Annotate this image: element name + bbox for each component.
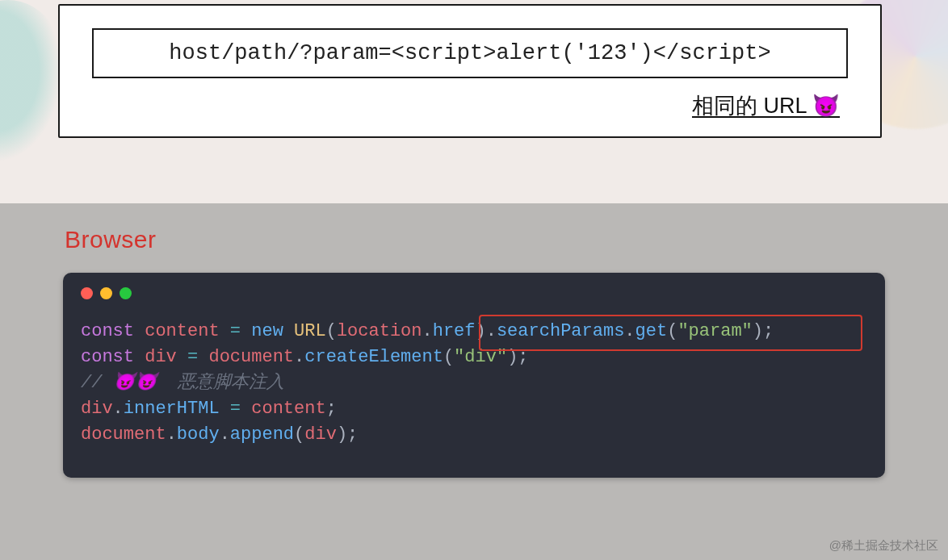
code-token: location [337, 321, 422, 341]
code-token: append [230, 424, 294, 445]
code-token: content [251, 399, 325, 419]
code-token: = [187, 347, 198, 367]
code-token: div [81, 399, 113, 419]
code-token: div [145, 347, 177, 367]
code-token: const [81, 321, 134, 341]
minimize-dot-icon [100, 287, 112, 299]
code-comment: // 😈😈 恶意脚本注入 [81, 373, 284, 393]
code-token: href [433, 321, 476, 341]
zoom-dot-icon [120, 287, 132, 299]
url-example-box: host/path/?param=<script>alert('123')</s… [92, 28, 848, 78]
url-caption: 相同的 URL 😈 [92, 91, 848, 120]
code-highlight-box [479, 315, 862, 351]
code-token: new [251, 321, 283, 341]
stage-label: Browser [65, 226, 885, 253]
code-token: document [208, 347, 294, 367]
code-token: innerHTML [124, 399, 220, 419]
code-token: createElement [304, 347, 443, 367]
code-stage: Browser const content = new URL(location… [0, 203, 948, 560]
window-traffic-lights [81, 287, 867, 299]
code-token: URL [294, 321, 326, 341]
code-token: document [81, 424, 166, 445]
code-token: div [304, 424, 337, 445]
url-text: host/path/?param=<script>alert('123')</s… [169, 41, 770, 65]
code-token: = [230, 321, 241, 341]
code-token: = [230, 399, 241, 419]
code-token: const [81, 347, 134, 367]
code-token: content [145, 321, 219, 341]
code-token: body [177, 424, 220, 445]
url-card: host/path/?param=<script>alert('123')</s… [58, 4, 882, 138]
close-dot-icon [81, 287, 93, 299]
code-window: const content = new URL(location.href).s… [63, 273, 885, 478]
watermark: @稀土掘金技术社区 [829, 538, 938, 554]
